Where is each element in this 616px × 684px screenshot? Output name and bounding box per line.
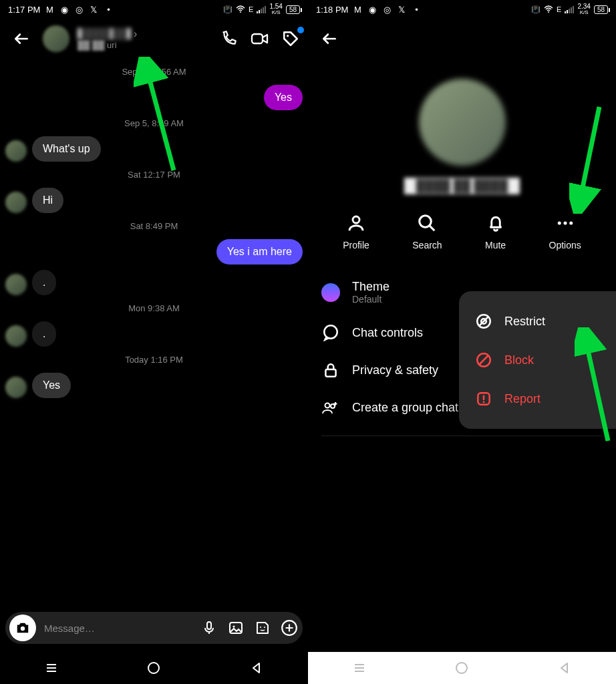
signal-icon xyxy=(565,5,574,13)
back-button[interactable] xyxy=(8,25,35,52)
chat-icon xyxy=(321,323,340,342)
message-input[interactable]: Message… xyxy=(44,623,192,634)
add-button[interactable] xyxy=(280,619,299,637)
svg-point-15 xyxy=(148,663,159,673)
options-action[interactable]: Options xyxy=(549,213,581,250)
vibrate-icon: 📳 xyxy=(531,5,541,14)
svg-point-11 xyxy=(233,626,235,628)
sent-message[interactable]: Yes xyxy=(264,85,303,110)
svg-rect-20 xyxy=(569,9,570,13)
report-option[interactable]: Report xyxy=(466,379,609,418)
action-label: Search xyxy=(412,240,442,250)
back-button[interactable] xyxy=(316,25,343,52)
messenger-icon: ◉ xyxy=(59,4,69,15)
svg-rect-9 xyxy=(207,622,211,629)
system-nav-bar xyxy=(0,652,308,684)
avatar[interactable] xyxy=(5,274,27,295)
video-button[interactable] xyxy=(251,29,269,48)
popup-label: Block xyxy=(504,353,534,367)
block-option[interactable]: Block xyxy=(466,341,609,379)
tag-button[interactable] xyxy=(281,29,300,48)
person-icon xyxy=(346,213,366,233)
nav-back-button[interactable] xyxy=(551,655,578,681)
group-add-icon xyxy=(321,398,340,417)
instagram-icon: ◎ xyxy=(381,4,392,15)
sticker-button[interactable] xyxy=(253,619,272,637)
home-button[interactable] xyxy=(140,655,167,681)
timestamp: Sep 5, 8:59 AM xyxy=(5,118,303,128)
profile-avatar[interactable] xyxy=(419,79,506,166)
received-message[interactable]: . xyxy=(32,321,56,347)
setting-title: Create a group chat xyxy=(352,401,458,415)
wifi-icon xyxy=(236,5,245,13)
avatar[interactable] xyxy=(43,25,69,52)
message-input-bar: Message… xyxy=(5,612,303,644)
mute-action[interactable]: Mute xyxy=(485,213,506,250)
profile-name: ████ ██ ████ xyxy=(404,178,520,194)
timestamp: Sep 1, 12:56 AM xyxy=(5,67,303,77)
message-list[interactable]: Sep 1, 12:56 AM Yes Sep 5, 8:59 AM What'… xyxy=(0,67,308,398)
setting-sub: Default xyxy=(352,294,390,305)
avatar[interactable] xyxy=(5,192,27,213)
svg-point-36 xyxy=(483,401,485,403)
chat-title-area[interactable]: ████ ██› ██ ██ uri xyxy=(78,28,212,50)
setting-title: Privacy & safety xyxy=(352,363,438,377)
nav-back-button[interactable] xyxy=(243,655,270,681)
received-message[interactable]: Yes xyxy=(32,373,71,398)
lock-icon xyxy=(321,361,340,379)
x-icon: 𝕏 xyxy=(396,4,407,15)
svg-rect-22 xyxy=(573,6,574,13)
call-button[interactable] xyxy=(220,29,239,48)
svg-rect-4 xyxy=(263,7,264,13)
status-time: 1:17 PM xyxy=(8,5,40,15)
system-nav-bar xyxy=(308,652,616,684)
popup-label: Report xyxy=(504,392,541,406)
camera-button[interactable] xyxy=(9,615,36,641)
avatar[interactable] xyxy=(5,325,27,347)
network-label: E xyxy=(249,5,253,13)
avatar[interactable] xyxy=(5,377,27,398)
bell-icon xyxy=(486,213,506,233)
net-unit: K/S xyxy=(580,10,589,15)
search-action[interactable]: Search xyxy=(412,213,442,250)
theme-icon xyxy=(321,283,340,302)
signal-icon xyxy=(257,5,266,13)
options-popup: Restrict Block Report xyxy=(459,291,616,429)
received-message[interactable]: . xyxy=(32,270,56,295)
mic-button[interactable] xyxy=(200,619,218,637)
svg-point-8 xyxy=(21,627,25,631)
vibrate-icon: 📳 xyxy=(223,5,233,14)
svg-point-25 xyxy=(557,222,561,225)
received-message[interactable]: What's up xyxy=(32,136,101,162)
message-row: . xyxy=(5,270,303,295)
svg-point-23 xyxy=(353,216,359,223)
sent-message[interactable]: Yes i am here xyxy=(216,239,303,265)
recents-button[interactable] xyxy=(38,655,65,681)
svg-point-17 xyxy=(548,11,549,13)
svg-rect-3 xyxy=(261,9,262,13)
message-row: . xyxy=(5,321,303,347)
svg-rect-2 xyxy=(259,10,260,13)
timestamp: Sat 8:49 PM xyxy=(5,221,303,231)
svg-point-24 xyxy=(420,216,432,228)
svg-rect-29 xyxy=(325,369,335,377)
profile-action[interactable]: Profile xyxy=(343,213,369,250)
block-icon xyxy=(475,351,492,369)
recents-button[interactable] xyxy=(346,655,373,681)
svg-point-13 xyxy=(264,627,265,628)
received-message[interactable]: Hi xyxy=(32,188,63,213)
svg-point-26 xyxy=(563,222,567,225)
svg-point-28 xyxy=(324,325,337,339)
action-row: Profile Search Mute Options xyxy=(308,194,616,264)
restrict-option[interactable]: Restrict xyxy=(466,302,609,341)
x-icon: 𝕏 xyxy=(88,4,99,15)
restrict-icon xyxy=(475,313,492,330)
profile-header: ████ ██ ████ xyxy=(308,59,616,194)
svg-point-37 xyxy=(456,663,467,673)
avatar[interactable] xyxy=(5,140,27,162)
action-label: Mute xyxy=(485,240,506,250)
gallery-button[interactable] xyxy=(226,619,245,637)
home-button[interactable] xyxy=(448,655,475,681)
options-icon xyxy=(555,213,575,233)
messenger-icon: ◉ xyxy=(367,4,377,15)
